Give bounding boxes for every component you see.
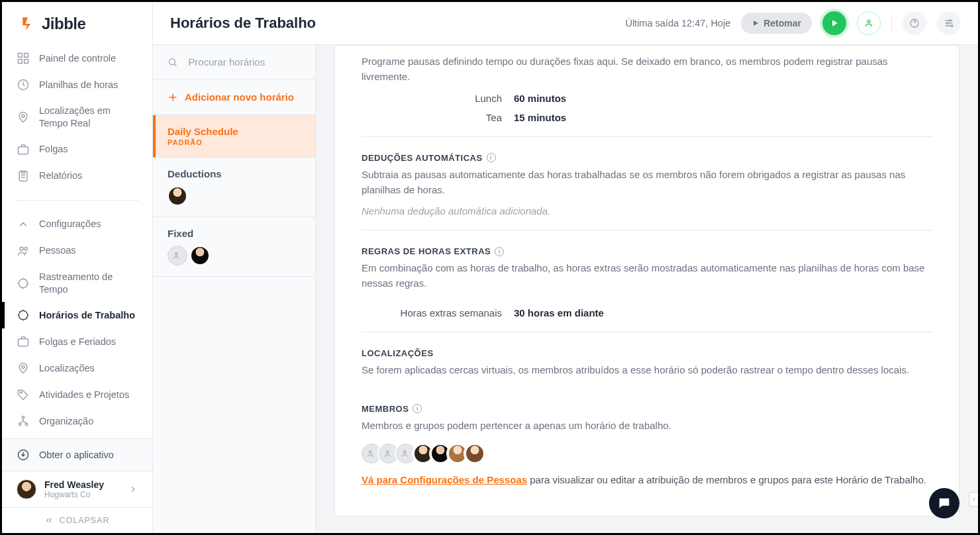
svg-point-19 xyxy=(867,20,870,23)
break-value: 60 minutos xyxy=(514,93,566,104)
nav-locations[interactable]: Localizações xyxy=(2,355,152,381)
nav-label: Rastreamento de Tempo xyxy=(39,271,139,296)
nav-label: Painel de controle xyxy=(39,52,116,65)
schedule-item-fixed[interactable]: Fixed xyxy=(153,217,315,277)
play-icon xyxy=(752,19,760,27)
breaks-desc: Programe pausas definindo tempo ou duraç… xyxy=(362,54,932,85)
info-icon[interactable]: i xyxy=(413,404,422,413)
nav-timesheets[interactable]: Planilhas de horas xyxy=(2,72,152,98)
nav-divider xyxy=(15,200,139,201)
settings-button[interactable] xyxy=(937,11,961,35)
schedule-detail-card: Programe pausas definindo tempo ou duraç… xyxy=(334,45,959,516)
side-toggle[interactable] xyxy=(969,492,978,507)
svg-point-25 xyxy=(175,253,178,256)
deductions-desc: Subtraia as pausas automaticamente das h… xyxy=(362,167,932,198)
schedule-name: Deductions xyxy=(168,168,301,179)
locations-desc: Se forem aplicadas cercas virtuais, os m… xyxy=(362,362,932,377)
members-desc: Membros e grupos podem pertencer a apena… xyxy=(362,418,932,433)
nav-reports[interactable]: Relatórios xyxy=(2,163,152,189)
nav-timeoff[interactable]: Folgas xyxy=(2,136,152,163)
get-app-label: Obter o aplicativo xyxy=(39,450,114,460)
clipboard-icon xyxy=(17,170,30,183)
collapse-sidebar-button[interactable]: COLAPSAR xyxy=(2,507,152,533)
suitcase-icon xyxy=(17,143,30,156)
section-title-overtime: REGRAS DE HORAS EXTRAS xyxy=(362,246,491,256)
svg-point-15 xyxy=(22,416,24,418)
user-menu[interactable]: Fred Weasley Hogwarts Co xyxy=(2,471,152,507)
svg-point-27 xyxy=(387,451,389,454)
nav-live-locations[interactable]: Localizações em Tempo Real xyxy=(2,98,152,136)
get-app-button[interactable]: Obter o aplicativo xyxy=(2,439,152,471)
svg-point-13 xyxy=(22,366,24,369)
section-title-deductions: DEDUÇÕES AUTOMÁTICAS xyxy=(362,153,483,163)
svg-rect-12 xyxy=(19,339,28,346)
help-button[interactable] xyxy=(903,11,926,35)
break-value: 15 minutos xyxy=(514,112,566,123)
play-icon xyxy=(830,19,839,28)
nav-holidays[interactable]: Folgas e Feriados xyxy=(2,328,152,355)
svg-point-26 xyxy=(369,451,372,454)
online-user-button[interactable] xyxy=(857,11,881,35)
user-icon xyxy=(863,18,874,28)
break-name: Lunch xyxy=(362,93,502,104)
section-title-locations: LOCALIZAÇÕES xyxy=(362,348,434,358)
nav-label: Localizações xyxy=(39,362,95,375)
sidebar: Jibble Painel de controle Planilhas de h… xyxy=(2,2,153,533)
info-icon[interactable]: i xyxy=(487,153,496,162)
start-timer-button[interactable] xyxy=(822,11,846,35)
nav-dashboard[interactable]: Painel de controle xyxy=(2,45,152,72)
schedule-default-badge: PADRÃO xyxy=(168,138,301,146)
org-icon xyxy=(17,414,30,428)
suitcase-icon xyxy=(17,335,30,348)
schedule-search-input[interactable] xyxy=(187,56,301,68)
topbar: Horários de Trabalho Última saída 12:47,… xyxy=(153,2,978,45)
schedule-name: Fixed xyxy=(168,228,301,239)
topbar-divider xyxy=(891,14,892,32)
target-icon xyxy=(17,277,30,290)
nav-activities[interactable]: Atividades e Projetos xyxy=(2,381,152,408)
dashboard-icon xyxy=(17,52,30,65)
pin-icon xyxy=(17,111,30,124)
plus-icon xyxy=(168,92,178,103)
user-name: Fred Weasley xyxy=(44,479,121,490)
svg-point-22 xyxy=(947,23,949,24)
svg-point-28 xyxy=(404,451,407,454)
chat-widget-button[interactable] xyxy=(929,488,959,518)
schedule-search[interactable] xyxy=(153,45,315,79)
nav-label: Relatórios xyxy=(39,170,82,182)
nav-time-tracking[interactable]: Rastreamento de Tempo xyxy=(2,264,152,303)
member-avatar xyxy=(190,246,210,266)
schedule-item-daily[interactable]: Daily Schedule PADRÃO xyxy=(153,115,315,158)
resume-label: Retomar xyxy=(763,18,801,28)
svg-point-23 xyxy=(951,25,953,27)
chevron-up-icon xyxy=(17,218,30,231)
add-schedule-button[interactable]: Adicionar novo horário xyxy=(153,79,315,115)
nav-people[interactable]: Pessoas xyxy=(2,238,152,264)
schedule-icon xyxy=(17,309,30,322)
member-avatar xyxy=(465,444,485,463)
search-icon xyxy=(168,56,177,68)
svg-point-16 xyxy=(19,424,21,426)
svg-point-9 xyxy=(24,247,27,250)
nav-organization[interactable]: Organização xyxy=(2,408,152,434)
svg-point-14 xyxy=(20,392,22,394)
people-icon xyxy=(17,244,30,258)
schedule-name: Daily Schedule xyxy=(168,126,301,137)
resume-button[interactable]: Retomar xyxy=(741,13,812,34)
info-icon[interactable]: i xyxy=(495,247,504,256)
svg-point-17 xyxy=(25,424,27,426)
chat-icon xyxy=(937,496,952,511)
people-settings-link[interactable]: Vá para Configurações de Pessoas xyxy=(362,474,527,485)
svg-point-8 xyxy=(20,247,23,250)
nav-label: Horários de Trabalho xyxy=(39,309,135,322)
collapse-label: COLAPSAR xyxy=(59,516,109,525)
nav-settings-toggle[interactable]: Configurações xyxy=(2,211,152,238)
chevron-right-icon xyxy=(971,497,977,502)
logo-icon xyxy=(21,15,38,32)
brand-logo[interactable]: Jibble xyxy=(2,2,152,45)
svg-point-24 xyxy=(170,58,175,64)
nav-label: Planilhas de horas xyxy=(39,79,118,91)
nav-work-schedules[interactable]: Horários de Trabalho xyxy=(2,302,152,328)
schedule-item-deductions[interactable]: Deductions xyxy=(153,158,315,217)
add-schedule-label: Adicionar novo horário xyxy=(185,91,294,103)
